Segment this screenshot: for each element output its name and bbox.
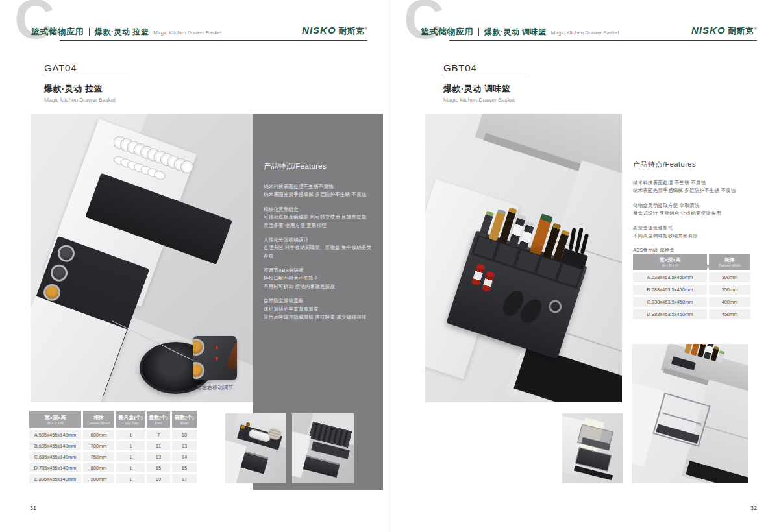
cell-bowl: 17: [172, 474, 197, 483]
cell-size: A.535x455x140mm: [29, 430, 81, 439]
product-name-cn: 爆款·灵动 拉篮: [44, 83, 130, 95]
wood-handle: [225, 339, 237, 371]
product-title-block: GAT04 爆款·灵动 拉篮 Magic kitchen Drawer Bask…: [44, 62, 130, 103]
header-title-en: Magic Kitchen Drawer Basket: [551, 30, 619, 36]
cell-tray: 1: [116, 452, 145, 461]
catalog-spread: C 篮式储物应用 爆款·灵动 拉篮 Magic Kitchen Drawer B…: [0, 0, 779, 532]
product-code: GBT04: [443, 62, 529, 73]
main-product-photo: [425, 114, 622, 402]
col-header-cn: 餐具盒(个): [118, 415, 142, 421]
spec-table-body: A.535x455x140mm 600mm 1 7 10 B.635x455x1…: [29, 430, 199, 483]
col-header-cn: 盘数(个): [149, 415, 167, 421]
table-row: C.338x463.5x450mm 400mm: [633, 297, 752, 307]
feature-line: 纳米科技表面处理不生锈不腐蚀: [264, 183, 374, 191]
col-header: 宽x深x高 W x D x H: [633, 254, 707, 270]
cell-cabinet: 300mm: [709, 272, 750, 282]
main-product-photo: ▲ ▼ 可左右移动调节: [31, 114, 253, 402]
spec-table: 宽x深x高 W x D x H 柜体 Cabinet Width 餐具盒(个) …: [29, 411, 199, 485]
feature-line: 不用时可拆卸 拒绝约束随意摆放: [264, 283, 374, 291]
table-row: D.388x463.5x450mm 450mm: [633, 309, 752, 319]
col-header: 碗数(个) Bowl: [172, 411, 197, 428]
basket-shelf: [662, 413, 701, 425]
cell-cabinet: 800mm: [83, 463, 114, 472]
cell-cabinet: 450mm: [709, 309, 750, 319]
col-header-en: Cutly Tray: [123, 421, 139, 426]
feature-line: 纳米科技表面处理 不生锈 不腐蚀: [633, 179, 777, 187]
feature-line: 采用品牌缓冲隐藏滑轨 推拉轻柔 减少磕碰碰撞: [264, 313, 374, 321]
feature-paragraph: 模块化灵动组合 可移动底板及碗碟架 均可独立使用 且随意提取 灵活多变 使用方便…: [264, 206, 374, 230]
feature-paragraph: 纳米科技表面处理不生锈不腐蚀 纳米表面光滑手感细腻 多层防护不生锈 不腐蚀: [264, 183, 374, 199]
cell-size: C.338x463.5x450mm: [633, 297, 707, 307]
spec-table: 宽x深x高 W x D x H 柜体 Cabinet Width A.238x4…: [633, 254, 752, 322]
spec-table-header: 宽x深x高 W x D x H 柜体 Cabinet Width 餐具盒(个) …: [29, 411, 199, 428]
col-header: 盘数(个) Dish: [147, 411, 170, 428]
feature-line: ABS食品级 储物盒: [633, 247, 777, 254]
feature-line: 模块化灵动组合: [264, 206, 374, 213]
features-title: 产品特点/Features: [633, 160, 777, 169]
col-header-en: Dish: [155, 421, 162, 426]
feature-line: 轻松适配不同大小的瓶子: [264, 274, 374, 282]
table-row: B.288x463.5x450mm 350mm: [633, 285, 752, 295]
detail-photo-2: [632, 344, 748, 483]
feature-line: 人性化分区收纳设计: [264, 236, 374, 244]
feature-line: 高深盒体低矮瓶托: [633, 224, 777, 232]
col-header-cn: 柜体: [93, 415, 104, 421]
spec-table-header: 宽x深x高 W x D x H 柜体 Cabinet Width: [633, 254, 752, 270]
feature-line: 纳米表面光滑手感细腻 多层防护不生锈 不腐蚀: [633, 187, 777, 195]
product-code: GAT04: [44, 62, 130, 73]
cell-dish: 11: [147, 441, 170, 450]
spice-dot: [241, 425, 245, 429]
features-content: 产品特点/Features 纳米科技表面处理不生锈不腐蚀 纳米表面光滑手感细腻 …: [253, 114, 383, 321]
cell-dish: 19: [147, 474, 170, 483]
feature-line: 可调节ABS分隔板: [264, 267, 374, 274]
cell-cabinet: 900mm: [83, 474, 114, 483]
adjust-arrows: ▲ ▼: [214, 345, 219, 362]
table-row: D.735x455x140mm 800mm 1 15 15: [29, 463, 199, 472]
cell-dish: 15: [147, 463, 170, 472]
spice-dot: [246, 422, 250, 426]
page-number: 31: [30, 505, 36, 511]
cell-bowl: 10: [172, 430, 197, 439]
header-rule: [449, 40, 757, 41]
page-header: 篮式储物应用 爆款·灵动 拉篮 Magic Kitchen Drawer Bas…: [31, 26, 221, 38]
spec-table-body: A.238x463.5x450mm 300mm B.288x463.5x450m…: [633, 272, 752, 319]
feature-paragraph: 人性化分区收纳设计 合理分区 科学收纳厨碟架、置物盒 集中收纳分类存放: [264, 236, 374, 260]
cell-bowl: 15: [172, 463, 197, 472]
arrow-down-icon: ▼: [214, 356, 219, 362]
feature-line: 灵活多变 使用方便 更易打理: [264, 222, 374, 230]
header-separator: [478, 28, 479, 36]
feature-line: 储物盒灵动提取方便 拿取清洗: [633, 202, 777, 210]
cell-size: C.685x455x140mm: [29, 452, 81, 461]
product-name-cn: 爆款·灵动 调味篮: [443, 83, 529, 95]
page-right: C 篮式储物应用 爆款·灵动 调味篮 Magic Kitchen Drawer …: [390, 0, 779, 532]
watermark-letter: C: [404, 0, 444, 47]
basket-base: [656, 424, 699, 444]
cell-cabinet: 750mm: [83, 452, 114, 461]
brand-logo: NISKO 耐斯克 ®: [691, 25, 757, 37]
cell-size: B.288x463.5x450mm: [633, 285, 707, 295]
col-header-en: W x D x H: [662, 263, 678, 268]
cell-tray: 1: [116, 463, 145, 472]
header-separator: [89, 28, 90, 36]
product-title-block: GBT04 爆款·灵动 调味篮 Magic kitchen Drawer Bas…: [443, 62, 529, 103]
col-header-en: W x D x H: [47, 421, 64, 426]
cell-dish: 13: [147, 452, 170, 461]
header-title-cn: 爆款·灵动 拉篮: [95, 27, 149, 38]
cell-cabinet: 700mm: [83, 441, 114, 450]
feature-line: 可移动底板及碗碟架 均可独立使用 且随意提取: [264, 213, 374, 221]
callout-inset: ▲ ▼: [193, 336, 237, 380]
col-header: 餐具盒(个) Cutly Tray: [116, 411, 145, 428]
cell-tray: 1: [116, 430, 145, 439]
brand-logo-latin: NISKO: [302, 25, 336, 36]
product-code-underline: [443, 77, 529, 77]
detail-photo-2: [292, 413, 354, 483]
page-header: 篮式储物应用 爆款·灵动 调味篮 Magic Kitchen Drawer Ba…: [421, 26, 619, 38]
feature-line: 魔盒式设计 灵动组合 让收纳更便捷实用: [633, 210, 777, 217]
header-rule: [60, 40, 367, 41]
col-header-cn: 宽x深x高: [660, 257, 681, 263]
registered-mark: ®: [754, 27, 757, 30]
col-header-en: Cabinet Width: [719, 263, 741, 268]
cell-bowl: 14: [172, 452, 197, 461]
door-panel: [292, 431, 311, 478]
page-seam: [388, 0, 391, 532]
